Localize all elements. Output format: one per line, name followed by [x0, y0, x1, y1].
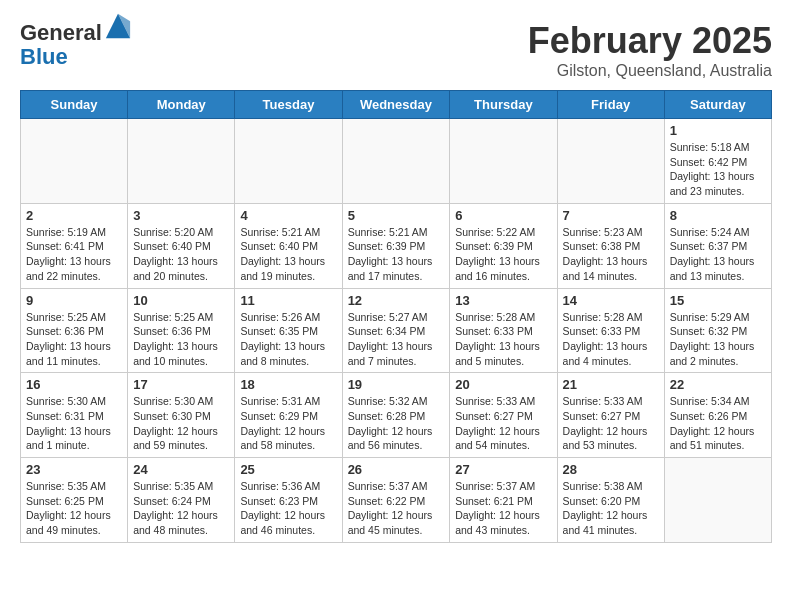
day-number: 5: [348, 208, 445, 223]
calendar-cell: 23Sunrise: 5:35 AM Sunset: 6:25 PM Dayli…: [21, 458, 128, 543]
calendar-cell: 17Sunrise: 5:30 AM Sunset: 6:30 PM Dayli…: [128, 373, 235, 458]
week-row-0: 1Sunrise: 5:18 AM Sunset: 6:42 PM Daylig…: [21, 119, 772, 204]
day-info: Sunrise: 5:26 AM Sunset: 6:35 PM Dayligh…: [240, 310, 336, 369]
day-info: Sunrise: 5:23 AM Sunset: 6:38 PM Dayligh…: [563, 225, 659, 284]
calendar-cell: [450, 119, 557, 204]
day-info: Sunrise: 5:30 AM Sunset: 6:31 PM Dayligh…: [26, 394, 122, 453]
day-info: Sunrise: 5:18 AM Sunset: 6:42 PM Dayligh…: [670, 140, 766, 199]
day-info: Sunrise: 5:20 AM Sunset: 6:40 PM Dayligh…: [133, 225, 229, 284]
day-number: 20: [455, 377, 551, 392]
day-info: Sunrise: 5:25 AM Sunset: 6:36 PM Dayligh…: [133, 310, 229, 369]
day-number: 25: [240, 462, 336, 477]
calendar-cell: 21Sunrise: 5:33 AM Sunset: 6:27 PM Dayli…: [557, 373, 664, 458]
calendar-cell: 12Sunrise: 5:27 AM Sunset: 6:34 PM Dayli…: [342, 288, 450, 373]
weekday-header-saturday: Saturday: [664, 91, 771, 119]
day-info: Sunrise: 5:21 AM Sunset: 6:40 PM Dayligh…: [240, 225, 336, 284]
day-info: Sunrise: 5:27 AM Sunset: 6:34 PM Dayligh…: [348, 310, 445, 369]
logo-general-text: General: [20, 20, 102, 45]
day-number: 2: [26, 208, 122, 223]
calendar-cell: 2Sunrise: 5:19 AM Sunset: 6:41 PM Daylig…: [21, 203, 128, 288]
day-number: 28: [563, 462, 659, 477]
week-row-3: 16Sunrise: 5:30 AM Sunset: 6:31 PM Dayli…: [21, 373, 772, 458]
day-number: 3: [133, 208, 229, 223]
calendar-cell: 15Sunrise: 5:29 AM Sunset: 6:32 PM Dayli…: [664, 288, 771, 373]
calendar-cell: 28Sunrise: 5:38 AM Sunset: 6:20 PM Dayli…: [557, 458, 664, 543]
day-number: 7: [563, 208, 659, 223]
calendar-cell: 20Sunrise: 5:33 AM Sunset: 6:27 PM Dayli…: [450, 373, 557, 458]
day-number: 21: [563, 377, 659, 392]
day-number: 10: [133, 293, 229, 308]
day-info: Sunrise: 5:33 AM Sunset: 6:27 PM Dayligh…: [455, 394, 551, 453]
day-info: Sunrise: 5:21 AM Sunset: 6:39 PM Dayligh…: [348, 225, 445, 284]
calendar-cell: 14Sunrise: 5:28 AM Sunset: 6:33 PM Dayli…: [557, 288, 664, 373]
weekday-header-friday: Friday: [557, 91, 664, 119]
day-number: 27: [455, 462, 551, 477]
day-info: Sunrise: 5:36 AM Sunset: 6:23 PM Dayligh…: [240, 479, 336, 538]
day-number: 8: [670, 208, 766, 223]
calendar-cell: 13Sunrise: 5:28 AM Sunset: 6:33 PM Dayli…: [450, 288, 557, 373]
day-number: 22: [670, 377, 766, 392]
day-info: Sunrise: 5:32 AM Sunset: 6:28 PM Dayligh…: [348, 394, 445, 453]
calendar-cell: 4Sunrise: 5:21 AM Sunset: 6:40 PM Daylig…: [235, 203, 342, 288]
calendar-cell: 26Sunrise: 5:37 AM Sunset: 6:22 PM Dayli…: [342, 458, 450, 543]
day-info: Sunrise: 5:24 AM Sunset: 6:37 PM Dayligh…: [670, 225, 766, 284]
calendar-cell: 19Sunrise: 5:32 AM Sunset: 6:28 PM Dayli…: [342, 373, 450, 458]
week-row-1: 2Sunrise: 5:19 AM Sunset: 6:41 PM Daylig…: [21, 203, 772, 288]
day-info: Sunrise: 5:38 AM Sunset: 6:20 PM Dayligh…: [563, 479, 659, 538]
calendar-cell: 24Sunrise: 5:35 AM Sunset: 6:24 PM Dayli…: [128, 458, 235, 543]
calendar-cell: 6Sunrise: 5:22 AM Sunset: 6:39 PM Daylig…: [450, 203, 557, 288]
day-number: 6: [455, 208, 551, 223]
day-number: 14: [563, 293, 659, 308]
calendar-cell: 1Sunrise: 5:18 AM Sunset: 6:42 PM Daylig…: [664, 119, 771, 204]
day-number: 26: [348, 462, 445, 477]
calendar-cell: 16Sunrise: 5:30 AM Sunset: 6:31 PM Dayli…: [21, 373, 128, 458]
weekday-header-row: SundayMondayTuesdayWednesdayThursdayFrid…: [21, 91, 772, 119]
calendar-cell: 27Sunrise: 5:37 AM Sunset: 6:21 PM Dayli…: [450, 458, 557, 543]
weekday-header-sunday: Sunday: [21, 91, 128, 119]
logo-blue-text: Blue: [20, 44, 68, 69]
day-info: Sunrise: 5:34 AM Sunset: 6:26 PM Dayligh…: [670, 394, 766, 453]
calendar-cell: 18Sunrise: 5:31 AM Sunset: 6:29 PM Dayli…: [235, 373, 342, 458]
day-number: 11: [240, 293, 336, 308]
weekday-header-wednesday: Wednesday: [342, 91, 450, 119]
weekday-header-tuesday: Tuesday: [235, 91, 342, 119]
day-number: 12: [348, 293, 445, 308]
day-info: Sunrise: 5:19 AM Sunset: 6:41 PM Dayligh…: [26, 225, 122, 284]
calendar-cell: 10Sunrise: 5:25 AM Sunset: 6:36 PM Dayli…: [128, 288, 235, 373]
calendar-cell: [342, 119, 450, 204]
day-info: Sunrise: 5:28 AM Sunset: 6:33 PM Dayligh…: [563, 310, 659, 369]
logo: General Blue: [20, 20, 132, 69]
calendar-cell: 22Sunrise: 5:34 AM Sunset: 6:26 PM Dayli…: [664, 373, 771, 458]
calendar-cell: 3Sunrise: 5:20 AM Sunset: 6:40 PM Daylig…: [128, 203, 235, 288]
day-number: 23: [26, 462, 122, 477]
week-row-4: 23Sunrise: 5:35 AM Sunset: 6:25 PM Dayli…: [21, 458, 772, 543]
day-number: 9: [26, 293, 122, 308]
calendar-title: February 2025: [528, 20, 772, 62]
calendar-cell: 8Sunrise: 5:24 AM Sunset: 6:37 PM Daylig…: [664, 203, 771, 288]
calendar-cell: 9Sunrise: 5:25 AM Sunset: 6:36 PM Daylig…: [21, 288, 128, 373]
day-number: 1: [670, 123, 766, 138]
page-header: General Blue February 2025 Gilston, Quee…: [20, 20, 772, 80]
week-row-2: 9Sunrise: 5:25 AM Sunset: 6:36 PM Daylig…: [21, 288, 772, 373]
day-number: 24: [133, 462, 229, 477]
calendar-cell: [557, 119, 664, 204]
weekday-header-monday: Monday: [128, 91, 235, 119]
day-info: Sunrise: 5:28 AM Sunset: 6:33 PM Dayligh…: [455, 310, 551, 369]
day-info: Sunrise: 5:37 AM Sunset: 6:21 PM Dayligh…: [455, 479, 551, 538]
logo-icon: [104, 12, 132, 40]
calendar-cell: [664, 458, 771, 543]
day-number: 4: [240, 208, 336, 223]
weekday-header-thursday: Thursday: [450, 91, 557, 119]
day-info: Sunrise: 5:35 AM Sunset: 6:25 PM Dayligh…: [26, 479, 122, 538]
day-number: 17: [133, 377, 229, 392]
day-info: Sunrise: 5:30 AM Sunset: 6:30 PM Dayligh…: [133, 394, 229, 453]
calendar-cell: 7Sunrise: 5:23 AM Sunset: 6:38 PM Daylig…: [557, 203, 664, 288]
calendar-cell: 25Sunrise: 5:36 AM Sunset: 6:23 PM Dayli…: [235, 458, 342, 543]
day-info: Sunrise: 5:29 AM Sunset: 6:32 PM Dayligh…: [670, 310, 766, 369]
calendar-cell: [128, 119, 235, 204]
day-info: Sunrise: 5:22 AM Sunset: 6:39 PM Dayligh…: [455, 225, 551, 284]
calendar-cell: [21, 119, 128, 204]
calendar-table: SundayMondayTuesdayWednesdayThursdayFrid…: [20, 90, 772, 543]
day-info: Sunrise: 5:35 AM Sunset: 6:24 PM Dayligh…: [133, 479, 229, 538]
calendar-subtitle: Gilston, Queensland, Australia: [528, 62, 772, 80]
